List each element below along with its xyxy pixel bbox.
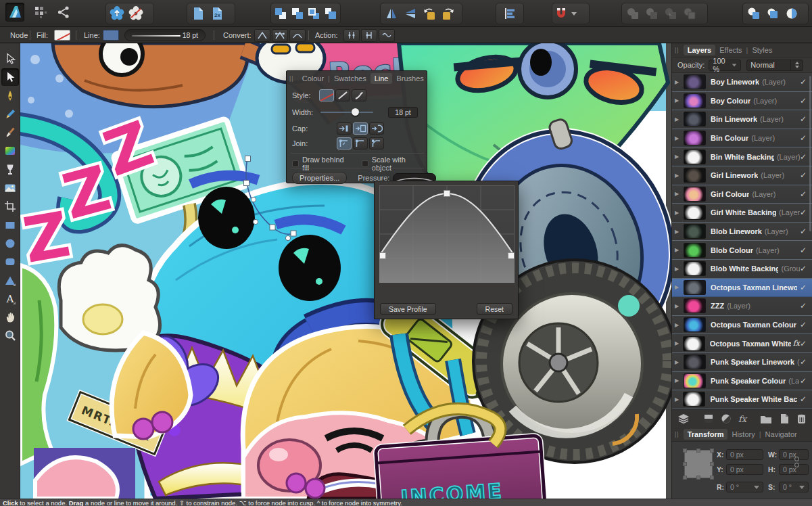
insert-on-top-button[interactable] <box>763 4 782 23</box>
fx-badge[interactable]: fx <box>793 339 800 348</box>
disclosure-icon[interactable]: ▶ <box>675 97 684 104</box>
pressure-curve-editor[interactable] <box>379 185 515 283</box>
tab-colour[interactable]: Colour <box>298 73 328 84</box>
curve-handle-left[interactable] <box>380 253 386 259</box>
link-wh-icon[interactable] <box>794 457 800 472</box>
tab-brushes[interactable]: Brushes <box>392 73 427 84</box>
disclosure-icon[interactable]: ▶ <box>675 247 684 253</box>
layer-row[interactable]: ▶Punk Speaker Colour(La <box>672 372 812 391</box>
boolean-divide-button[interactable] <box>680 4 699 23</box>
disclosure-icon[interactable]: ▶ <box>675 266 684 272</box>
group-layers-icon[interactable] <box>760 414 772 424</box>
disclosure-icon[interactable]: ▶ <box>675 359 684 365</box>
visibility-checkmark[interactable] <box>800 96 807 106</box>
style-flower-button[interactable] <box>108 4 126 23</box>
visibility-checkmark[interactable] <box>800 152 807 162</box>
disclosure-icon[interactable]: ▶ <box>675 377 684 384</box>
new-document-button[interactable] <box>189 4 208 23</box>
opacity-combo[interactable]: 100 % <box>709 60 741 71</box>
rotate-ccw-button[interactable] <box>420 4 439 23</box>
rectangle-tool[interactable] <box>1 216 19 234</box>
draw-behind-fill-checkbox[interactable] <box>292 160 299 167</box>
to-back-button[interactable] <box>306 4 323 23</box>
s-combo[interactable]: 0 ° <box>779 482 809 492</box>
flip-horizontal-button[interactable] <box>382 4 401 23</box>
layer-row[interactable]: ▶Bin White Backing(Layer) <box>672 147 812 166</box>
disclosure-icon[interactable]: ▶ <box>675 172 684 179</box>
layer-row[interactable]: ▶Girl White Backing(Layer <box>672 204 812 223</box>
transparency-tool[interactable] <box>1 161 19 179</box>
insert-inside-button[interactable] <box>782 4 801 23</box>
visibility-checkmark[interactable] <box>800 114 807 124</box>
boolean-add-button[interactable] <box>623 4 642 23</box>
gradient-tool[interactable] <box>1 142 19 160</box>
disclosure-icon[interactable]: ▶ <box>675 340 683 346</box>
visibility-checkmark[interactable] <box>800 357 807 367</box>
cap-square-button[interactable] <box>353 122 368 135</box>
pencil-tool[interactable] <box>1 106 19 123</box>
visibility-checkmark[interactable] <box>800 227 807 236</box>
disclosure-icon[interactable]: ▶ <box>675 210 684 216</box>
disclosure-icon[interactable]: ▶ <box>675 284 684 290</box>
tab-effects[interactable]: Effects <box>715 45 746 55</box>
visibility-checkmark[interactable] <box>800 283 807 292</box>
join-miter-button[interactable] <box>337 137 352 150</box>
pixel-persona-button[interactable] <box>31 3 50 22</box>
adjustment-layer-icon[interactable] <box>721 413 732 424</box>
delete-layer-icon[interactable] <box>796 413 807 424</box>
properties-button[interactable]: Properties... <box>292 172 347 184</box>
mask-layer-icon[interactable] <box>703 413 714 424</box>
visibility-checkmark[interactable] <box>800 394 807 404</box>
visibility-checkmark[interactable] <box>800 170 807 180</box>
disclosure-icon[interactable]: ▶ <box>675 191 684 197</box>
tab-swatches[interactable]: Swatches <box>330 73 371 84</box>
layer-row[interactable]: ▶Blob White Backing(Grou <box>672 260 812 279</box>
layer-row[interactable]: ▶Girl Linework(Layer) <box>672 166 812 185</box>
snapping-button[interactable] <box>552 3 590 24</box>
no-style-flower-button[interactable] <box>126 4 145 23</box>
rounded-rectangle-tool[interactable] <box>1 253 19 271</box>
layer-row[interactable]: ▶Octopus Taxman Colour <box>672 316 812 335</box>
ellipse-tool[interactable] <box>1 235 19 252</box>
reset-button[interactable]: Reset <box>477 303 512 315</box>
x-field[interactable]: 0 px <box>726 449 763 460</box>
convert-smooth-button[interactable] <box>272 29 288 42</box>
pen-tool[interactable] <box>1 87 19 105</box>
w-field[interactable]: 0 px <box>779 449 809 460</box>
join-bevel-button[interactable] <box>369 137 384 150</box>
layer-row[interactable]: ▶Boy Colour(Layer) <box>672 92 812 111</box>
tab-layers[interactable]: Layers <box>684 45 715 55</box>
disclosure-icon[interactable]: ▶ <box>675 322 684 328</box>
layer-row[interactable]: ▶Punk Speaker White Back <box>672 390 812 409</box>
triangle-tool[interactable] <box>1 272 19 290</box>
visibility-checkmark[interactable] <box>800 264 807 273</box>
width-value-field[interactable]: 18 pt <box>388 107 418 118</box>
zoom-tool[interactable] <box>1 327 19 344</box>
disclosure-icon[interactable]: ▶ <box>675 154 684 160</box>
line-swatch[interactable] <box>103 30 119 41</box>
visibility-checkmark[interactable] <box>800 208 807 217</box>
visibility-checkmark[interactable] <box>800 77 807 87</box>
visibility-checkmark[interactable] <box>800 246 807 255</box>
action-close-curve-button[interactable] <box>361 29 377 42</box>
layer-row[interactable]: ▶Blob Linework(Layer) <box>672 223 812 242</box>
disclosure-icon[interactable]: ▶ <box>675 135 684 141</box>
blend-stepper[interactable] <box>790 60 799 70</box>
visibility-checkmark[interactable] <box>800 301 807 310</box>
blend-mode-combo[interactable]: Normal <box>746 60 803 71</box>
layer-row-selected[interactable]: ▶Octopus Taxman Linewo <box>672 279 812 298</box>
visibility-checkmark[interactable] <box>800 376 807 386</box>
layers-stack-icon[interactable] <box>677 413 690 424</box>
layer-row[interactable]: ▶Bin Colour(Layer) <box>672 129 812 148</box>
convert-smart-button[interactable] <box>289 29 306 42</box>
action-break-curve-button[interactable] <box>343 29 360 42</box>
style-brush-button[interactable] <box>352 89 366 101</box>
layer-row[interactable]: ▶Girl Colour(Layer) <box>672 185 812 204</box>
cap-butt-button[interactable] <box>337 122 352 135</box>
layer-row[interactable]: ▶Octopus Taxman White Bfx <box>672 334 812 353</box>
panel-grip-icon[interactable]: || <box>675 47 679 53</box>
move-tool[interactable] <box>1 50 19 68</box>
layers-scrollbar[interactable] <box>809 76 811 231</box>
disclosure-icon[interactable]: ▶ <box>675 303 684 309</box>
action-smooth-curve-button[interactable] <box>379 29 395 42</box>
